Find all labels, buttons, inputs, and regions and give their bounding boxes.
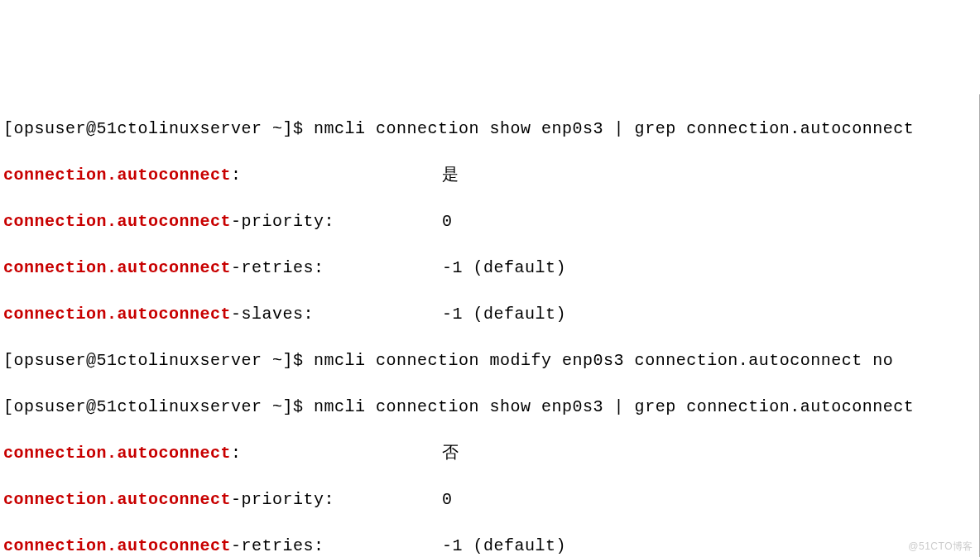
command-text: nmcli connection show enp0s3 | grep conn… <box>314 119 914 138</box>
cmd-line: [opsuser@51ctolinuxserver ~]$ nmcli conn… <box>3 118 979 141</box>
grep-match: connection.autoconnect <box>3 166 231 185</box>
output-row: connection.autoconnect-slaves:-1 (defaul… <box>3 303 979 326</box>
shell-prompt: [opsuser@51ctolinuxserver ~]$ <box>3 397 314 416</box>
output-value: -1 (default) <box>442 536 566 555</box>
command-text: nmcli connection show enp0s3 | grep conn… <box>314 397 914 416</box>
output-value: -1 (default) <box>442 258 566 277</box>
grep-match: connection.autoconnect <box>3 490 231 509</box>
output-value: 0 <box>442 490 453 509</box>
grep-match: connection.autoconnect <box>3 258 231 277</box>
shell-prompt: [opsuser@51ctolinuxserver ~]$ <box>3 119 314 138</box>
output-value: 否 <box>442 444 459 463</box>
cmd-line: [opsuser@51ctolinuxserver ~]$ nmcli conn… <box>3 396 979 419</box>
output-row: connection.autoconnect-retries:-1 (defau… <box>3 257 979 280</box>
output-row: connection.autoconnect:是 <box>3 164 979 187</box>
shell-prompt: [opsuser@51ctolinuxserver ~]$ <box>3 351 314 370</box>
grep-match: connection.autoconnect <box>3 444 231 463</box>
output-value: 0 <box>442 212 453 231</box>
output-row: connection.autoconnect-priority:0 <box>3 488 979 511</box>
grep-match: connection.autoconnect <box>3 536 231 555</box>
output-row: connection.autoconnect-retries:-1 (defau… <box>3 535 979 557</box>
output-value: 是 <box>442 166 459 185</box>
cmd-line: [opsuser@51ctolinuxserver ~]$ nmcli conn… <box>3 349 979 372</box>
grep-match: connection.autoconnect <box>3 212 231 231</box>
output-row: connection.autoconnect-priority:0 <box>3 210 979 233</box>
output-value: -1 (default) <box>442 305 566 324</box>
output-row: connection.autoconnect:否 <box>3 442 979 465</box>
grep-match: connection.autoconnect <box>3 305 231 324</box>
terminal-output: [opsuser@51ctolinuxserver ~]$ nmcli conn… <box>3 94 980 557</box>
watermark-text: @51CTO博客 <box>908 540 973 554</box>
command-text: nmcli connection modify enp0s3 connectio… <box>314 351 893 370</box>
